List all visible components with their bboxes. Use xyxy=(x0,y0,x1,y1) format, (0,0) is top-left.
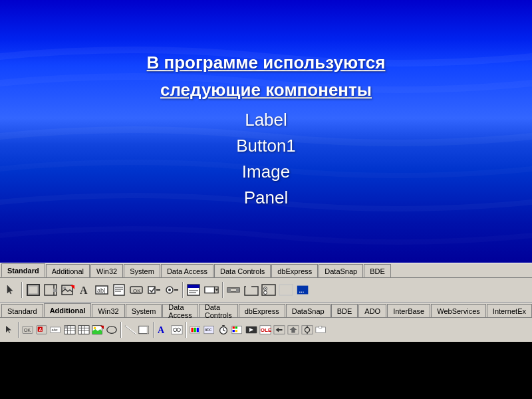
scrollbar-icon[interactable] xyxy=(226,282,242,298)
tab2-dbexpress[interactable]: dbExpress xyxy=(239,304,285,317)
tab2-webservices[interactable]: WebServices xyxy=(431,304,486,317)
actionlist-icon[interactable]: ... xyxy=(295,282,311,298)
tab2-system[interactable]: System xyxy=(126,304,162,317)
image2-icon[interactable] xyxy=(91,323,104,336)
svg-text:abc: abc xyxy=(51,328,57,332)
tab1-datasnap[interactable]: DataSnap xyxy=(319,264,363,277)
image-icon[interactable] xyxy=(60,282,76,298)
svg-rect-74 xyxy=(197,328,199,332)
paintbox-icon[interactable] xyxy=(231,323,244,336)
svg-rect-29 xyxy=(227,288,231,292)
dde-icon[interactable] xyxy=(273,323,286,336)
tab2-bde[interactable]: BDE xyxy=(331,304,358,317)
select-tool-icon[interactable] xyxy=(3,282,19,298)
speedbutton-icon[interactable]: A xyxy=(35,323,49,336)
svg-point-36 xyxy=(264,291,267,295)
svg-rect-97 xyxy=(319,326,322,328)
maskedit-icon[interactable]: abc xyxy=(49,323,63,336)
slide-item4: Panel xyxy=(147,185,386,211)
combobox-icon[interactable] xyxy=(203,282,219,298)
svg-point-35 xyxy=(265,288,266,289)
tab1-dataaccess[interactable]: Data Access xyxy=(161,264,213,277)
svg-point-60 xyxy=(94,327,96,330)
svg-rect-4 xyxy=(53,289,57,292)
icon-bar-1: A ab| OK xyxy=(0,278,532,302)
tab1-datacontrols[interactable]: Data Controls xyxy=(214,264,271,277)
tab1-additional[interactable]: Additional xyxy=(46,264,90,277)
svg-line-79 xyxy=(223,331,225,331)
edit-icon[interactable]: ab| xyxy=(94,282,110,298)
bitbtn-icon[interactable]: OK xyxy=(21,323,35,336)
tab2-datacontrols[interactable]: Data Controls xyxy=(199,304,238,317)
svg-text:abc: abc xyxy=(205,327,212,332)
tab2-dataaccess[interactable]: Data Access xyxy=(162,304,198,317)
groupbox-icon[interactable] xyxy=(243,282,259,298)
tab2-internetex[interactable]: InternetEx xyxy=(487,304,532,317)
tab1-bde[interactable]: BDE xyxy=(364,264,391,277)
slide-content: В программе используются следующие компо… xyxy=(147,52,386,211)
button-icon[interactable]: OK xyxy=(129,282,145,298)
panel-icon[interactable] xyxy=(278,282,294,298)
tab1-dbexpress[interactable]: dbExpress xyxy=(271,264,318,277)
slide-background: В программе используются следующие компо… xyxy=(0,0,532,263)
extra2-icon[interactable] xyxy=(301,323,314,336)
svg-rect-23 xyxy=(188,285,200,288)
slide-line1: В программе используются xyxy=(147,52,386,74)
svg-rect-83 xyxy=(235,327,237,329)
animate-icon[interactable] xyxy=(170,323,184,336)
svg-text:OLE: OLE xyxy=(261,327,271,333)
label2-icon[interactable]: A xyxy=(156,323,170,336)
shape-icon[interactable] xyxy=(105,323,118,336)
svg-rect-85 xyxy=(235,330,237,332)
slide-item3: Image xyxy=(147,159,386,185)
svg-text:A: A xyxy=(158,325,165,335)
scrollbox2-icon[interactable] xyxy=(138,323,151,336)
tab1-system[interactable]: System xyxy=(124,264,160,277)
tab-bar-1: Standard Additional Win32 System Data Ac… xyxy=(0,263,532,278)
tab2-win32[interactable]: Win32 xyxy=(92,304,124,317)
listbox-icon[interactable] xyxy=(186,282,202,298)
sep3 xyxy=(222,282,223,298)
radiogroup-icon[interactable] xyxy=(261,282,277,298)
svg-rect-32 xyxy=(246,285,251,288)
tab-bar-2: Standard Additional Win32 System Data Ac… xyxy=(0,303,532,318)
frame-icon[interactable] xyxy=(25,282,41,298)
timer-icon[interactable] xyxy=(217,323,230,336)
stringgrid-icon[interactable] xyxy=(63,323,76,336)
stattext-icon[interactable]: abc xyxy=(203,323,216,336)
tab2-datasnap[interactable]: DataSnap xyxy=(286,304,331,317)
tab2-standard[interactable]: Standard xyxy=(1,304,43,317)
extra3-icon[interactable] xyxy=(315,323,328,336)
toolbar-area-1: Standard Additional Win32 System Data Ac… xyxy=(0,263,532,303)
select-tool2-icon[interactable] xyxy=(3,323,16,336)
svg-text:...: ... xyxy=(299,287,305,294)
radio-icon[interactable] xyxy=(164,282,180,298)
label-icon[interactable]: A xyxy=(77,282,93,298)
checkbox-icon[interactable] xyxy=(146,282,162,298)
svg-rect-73 xyxy=(194,328,196,332)
svg-rect-5 xyxy=(62,285,72,295)
memo-icon[interactable] xyxy=(112,282,128,298)
extra1-icon[interactable] xyxy=(287,323,300,336)
sep7 xyxy=(186,322,187,338)
sep6 xyxy=(153,322,154,338)
sep2 xyxy=(182,282,184,298)
svg-rect-72 xyxy=(191,328,193,332)
scrollbox-icon[interactable] xyxy=(43,282,59,298)
svg-point-20 xyxy=(168,289,171,291)
svg-rect-30 xyxy=(236,288,239,292)
svg-rect-53 xyxy=(65,326,68,329)
tab1-win32[interactable]: Win32 xyxy=(90,264,123,277)
colorbox-icon[interactable] xyxy=(189,323,202,336)
slide-line2: следующие компоненты xyxy=(147,80,386,102)
mediaplayer-icon[interactable] xyxy=(245,323,258,336)
olecontainer-icon[interactable]: OLE xyxy=(259,323,272,336)
drawgrid-icon[interactable] xyxy=(77,323,90,336)
tab1-standard[interactable]: Standard xyxy=(1,263,45,277)
sep5 xyxy=(120,322,122,338)
icon-bar-2: OK A abc xyxy=(0,318,532,342)
bevel-icon[interactable] xyxy=(124,323,137,336)
tab2-additional[interactable]: Additional xyxy=(44,303,92,317)
tab2-ado[interactable]: ADO xyxy=(358,304,386,317)
tab2-interbase[interactable]: InterBase xyxy=(387,304,430,317)
